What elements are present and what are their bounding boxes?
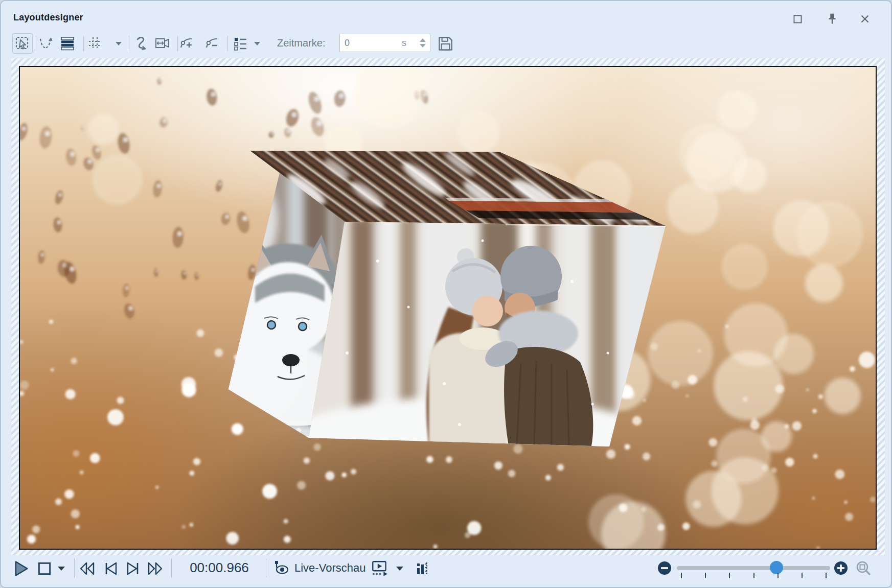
skip-to-end-button[interactable] — [123, 559, 143, 578]
zeitmarke-label: Zeitmarke: — [277, 37, 325, 49]
zeitmarke-unit: s — [402, 38, 406, 49]
performance-button[interactable] — [413, 559, 432, 578]
window-title-text: Layoutdesigner — [13, 12, 83, 22]
canvas-art — [20, 67, 876, 549]
preview-window-icon — [370, 559, 390, 578]
keyframe-remove-icon — [203, 35, 221, 52]
fast-forward-button[interactable] — [145, 559, 165, 578]
save-button[interactable] — [436, 34, 455, 53]
maximize-icon — [790, 11, 805, 27]
edit-path-icon — [37, 35, 54, 52]
live-preview-label: Live-Vorschau — [294, 561, 365, 575]
zeitmarke-value: 0 — [340, 38, 430, 49]
save-icon — [436, 34, 454, 53]
selection-tool-button[interactable] — [13, 34, 32, 53]
zoom-fit-icon — [854, 559, 873, 578]
pin-button[interactable] — [823, 10, 841, 28]
edit-path-button[interactable] — [36, 34, 55, 53]
skip-to-start-button[interactable] — [101, 559, 121, 578]
keyframe-add-icon — [178, 35, 195, 52]
zoom-in-button[interactable] — [832, 559, 850, 577]
fast-rewind-button[interactable] — [78, 559, 97, 578]
zeitmarke-input[interactable]: 0 s — [339, 34, 430, 52]
toolbar-separator — [129, 36, 129, 51]
selection-tool-icon — [14, 35, 31, 52]
zeitmarke-spinner[interactable] — [418, 35, 428, 51]
stop-button[interactable] — [35, 559, 54, 578]
time-display: 00:00.966 — [178, 560, 260, 576]
zoom-slider-ticks — [677, 573, 830, 580]
transport-separator — [266, 558, 266, 578]
stop-icon — [36, 560, 53, 577]
preview-options-button[interactable] — [393, 560, 407, 576]
fast-forward-icon — [146, 559, 164, 578]
layout-canvas[interactable] — [19, 66, 877, 550]
play-icon — [12, 559, 30, 578]
motion-path-button[interactable] — [132, 34, 151, 53]
list-dropdown-button[interactable] — [250, 36, 264, 51]
keyframe-remove-button[interactable] — [202, 34, 222, 53]
window-title: Layoutdesigner — [13, 12, 83, 23]
grid-button[interactable] — [85, 34, 105, 53]
pin-icon — [825, 11, 840, 27]
zoom-slider-track[interactable] — [677, 566, 830, 570]
layers-icon — [59, 35, 76, 52]
camera-view-icon — [154, 35, 171, 52]
zoom-in-icon — [833, 560, 849, 576]
zoom-tick — [777, 573, 779, 578]
preview-window-button[interactable] — [370, 559, 390, 578]
dropdown-caret-icon — [253, 40, 261, 46]
dropdown-caret-icon — [57, 565, 66, 572]
close-button[interactable] — [856, 10, 874, 28]
motion-path-icon — [133, 35, 150, 52]
zoom-tick — [802, 573, 803, 578]
transport-bar: 00:00.966 Live-Vorschau — [1, 555, 892, 587]
grid-icon — [86, 35, 104, 52]
spinner-down-icon[interactable] — [420, 44, 426, 48]
spinner-up-icon[interactable] — [420, 38, 426, 42]
zoom-tick — [705, 573, 706, 578]
live-preview-toggle[interactable]: Live-Vorschau — [272, 557, 365, 579]
toolbar-separator — [83, 36, 84, 51]
zoom-fit-button[interactable] — [854, 559, 873, 578]
skip-to-end-icon — [124, 559, 142, 578]
fast-rewind-icon — [78, 559, 97, 578]
live-preview-eye-icon — [272, 559, 290, 577]
zoom-tick — [826, 573, 827, 578]
performance-bars-icon — [414, 559, 432, 578]
keyframe-add-button[interactable] — [177, 34, 196, 53]
layers-button[interactable] — [58, 34, 77, 53]
transport-separator — [171, 558, 172, 578]
grid-dropdown-button[interactable] — [111, 36, 126, 51]
toolbar-separator — [227, 36, 228, 51]
maximize-button[interactable] — [788, 10, 807, 28]
camera-view-button[interactable] — [153, 34, 172, 53]
play-button[interactable] — [11, 559, 31, 578]
zoom-out-button[interactable] — [656, 559, 673, 577]
layoutdesigner-window: Layoutdesigner — [0, 0, 892, 588]
skip-to-start-icon — [102, 559, 120, 578]
dropdown-caret-icon — [395, 565, 404, 572]
zoom-out-icon — [656, 560, 673, 576]
close-icon — [857, 11, 873, 27]
zoom-tick — [681, 573, 682, 578]
dropdown-caret-icon — [115, 40, 123, 46]
object-list-icon — [232, 35, 249, 52]
zoom-tick — [729, 573, 730, 578]
object-list-button[interactable] — [231, 34, 250, 53]
zoom-tick — [753, 573, 754, 578]
stop-options-button[interactable] — [54, 560, 68, 576]
transport-separator — [74, 558, 75, 578]
